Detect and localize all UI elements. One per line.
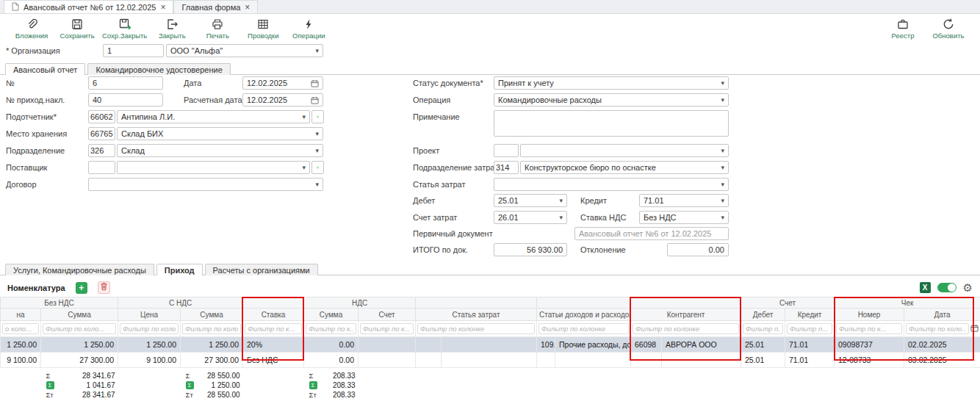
cell[interactable]: 27 300.00 [41, 353, 118, 368]
chevron-down-icon[interactable]: ▾ [315, 48, 319, 54]
cell[interactable] [631, 353, 662, 368]
col-debit[interactable]: Дебет [741, 309, 785, 321]
debit-select[interactable]: 25.01 ▾ [494, 194, 567, 207]
storage-code-field[interactable]: 66765 [88, 127, 115, 140]
filter-input[interactable] [906, 323, 969, 334]
add-row-button[interactable]: + [76, 282, 87, 294]
filter-input[interactable] [43, 323, 116, 334]
operation-select[interactable]: Командировочные расходы ▾ [494, 93, 729, 107]
tab-travel-certificate[interactable]: Командировочное удостоверение [87, 63, 230, 75]
col-date[interactable]: Дата [904, 309, 980, 321]
chevron-down-icon[interactable]: ▾ [721, 97, 724, 104]
cell[interactable]: 20% [243, 337, 304, 353]
filter-input[interactable] [2, 323, 39, 334]
cost-department-code-field[interactable]: 314 [494, 161, 519, 174]
col-vat-account[interactable]: Счет [359, 309, 416, 321]
cell[interactable]: 03.02.2025 [904, 353, 980, 368]
cell[interactable] [359, 337, 416, 353]
cell[interactable]: 25.01 [741, 337, 785, 353]
cell[interactable]: 66098 [631, 337, 662, 353]
col-cost-item[interactable]: Статья затрат [416, 309, 537, 321]
cell[interactable] [442, 353, 537, 368]
filter-input[interactable] [120, 323, 179, 334]
print-button[interactable]: Печать [195, 17, 240, 40]
chevron-down-icon[interactable]: ▾ [721, 165, 724, 171]
excel-export-button[interactable]: X [920, 282, 931, 293]
cell[interactable]: АВРОРА ООО [662, 337, 741, 353]
cell[interactable] [662, 353, 741, 368]
credit-select[interactable]: 71.01 ▾ [639, 194, 729, 207]
attachments-button[interactable]: Вложения [9, 17, 54, 40]
status-select[interactable]: Принят к учету ▾ [494, 76, 729, 90]
cell[interactable]: 0.00 [304, 337, 359, 353]
col-counterparty[interactable]: Контрагент [631, 309, 741, 321]
chevron-down-icon[interactable]: ▾ [559, 198, 563, 204]
cell[interactable] [555, 353, 631, 368]
cell[interactable]: 25.01 [741, 353, 785, 368]
filter-input[interactable] [360, 323, 414, 334]
organization-select[interactable]: ООО "Альфа" ▾ [166, 44, 323, 57]
tab-receipt[interactable]: Приход [156, 264, 203, 275]
chevron-down-icon[interactable]: ▾ [721, 80, 724, 87]
cell[interactable]: 12-08733 [835, 353, 904, 368]
col-price-clipped[interactable]: на [1, 309, 41, 321]
cell[interactable]: 02.02.2025 [904, 337, 980, 353]
save-close-button[interactable]: Сохр.Закрыть [100, 17, 149, 40]
project-select[interactable]: ▾ [520, 144, 729, 157]
vat-rate-select[interactable]: Без НДС ▾ [639, 211, 729, 224]
cell[interactable]: 1 250.00 [118, 337, 181, 353]
cell[interactable]: 1 250.00 [41, 337, 118, 353]
cell[interactable] [537, 353, 555, 368]
cell[interactable]: 09098737 [835, 337, 904, 353]
tab-services-travel[interactable]: Услуги, Командировочные расходы [5, 264, 154, 275]
postings-button[interactable]: Проводки [240, 17, 286, 40]
col-sum-vat[interactable]: Сумма [181, 309, 243, 321]
col-price-vat[interactable]: Цена [118, 309, 181, 321]
filter-input[interactable] [787, 323, 832, 334]
deviation-field[interactable]: 0.00 [667, 243, 729, 256]
close-button[interactable]: Закрыть [149, 17, 195, 40]
chevron-down-icon[interactable]: ▾ [721, 198, 724, 204]
col-credit[interactable]: Кредит [785, 309, 835, 321]
chevron-down-icon[interactable]: ▾ [721, 148, 724, 154]
cell[interactable] [359, 353, 416, 368]
tab-org-settlements[interactable]: Расчеты с организациями [205, 264, 318, 275]
tab-advance-report-form[interactable]: Авансовый отчет [5, 63, 85, 75]
cell[interactable]: 1 250.00 [1, 337, 41, 353]
filter-input[interactable] [245, 323, 302, 334]
filter-input[interactable] [306, 323, 356, 334]
filter-input[interactable] [417, 323, 535, 334]
note-textarea[interactable] [494, 110, 729, 137]
cell[interactable]: 9 100.00 [118, 353, 181, 368]
cell[interactable]: 109... [537, 337, 555, 353]
filter-input[interactable] [836, 323, 902, 334]
filter-toggle[interactable] [937, 283, 956, 292]
cell[interactable]: 71.01 [785, 337, 835, 353]
col-vat-sum[interactable]: Сумма [304, 309, 359, 321]
chevron-down-icon[interactable]: ▾ [315, 131, 319, 137]
operations-button[interactable]: Операции [286, 17, 331, 40]
cost-account-select[interactable]: 26.01 ▾ [494, 211, 567, 224]
storage-select[interactable]: Склад БИХ ▾ [117, 127, 323, 140]
col-sum-no-vat[interactable]: Сумма [41, 309, 118, 321]
filter-input[interactable] [633, 323, 739, 334]
chevron-down-icon[interactable]: ▾ [721, 181, 724, 188]
close-icon[interactable]: × [160, 3, 165, 12]
filter-input[interactable] [538, 323, 629, 334]
col-rate[interactable]: Ставка [243, 309, 304, 321]
cell[interactable]: 27 300.00 [181, 353, 243, 368]
cell[interactable] [442, 337, 537, 353]
chevron-down-icon[interactable]: ▾ [721, 214, 724, 221]
save-button[interactable]: Сохранить [54, 17, 100, 40]
cost-department-select[interactable]: Конструкторское бюро по оснастке ▾ [520, 161, 729, 174]
col-income-expense[interactable]: Статьи доходов и расходов [537, 309, 631, 321]
cell[interactable]: Без НДС [243, 353, 304, 368]
cell[interactable] [416, 337, 442, 353]
cell[interactable] [416, 353, 442, 368]
cell[interactable]: 9 100.00 [1, 353, 41, 368]
gear-icon[interactable]: ⚙ [963, 282, 973, 293]
organization-code-field[interactable]: 1 [103, 44, 164, 57]
cell[interactable]: 1 250.00 [181, 337, 243, 353]
filter-input[interactable] [182, 323, 241, 334]
cost-item-select[interactable]: ▾ [494, 178, 729, 191]
